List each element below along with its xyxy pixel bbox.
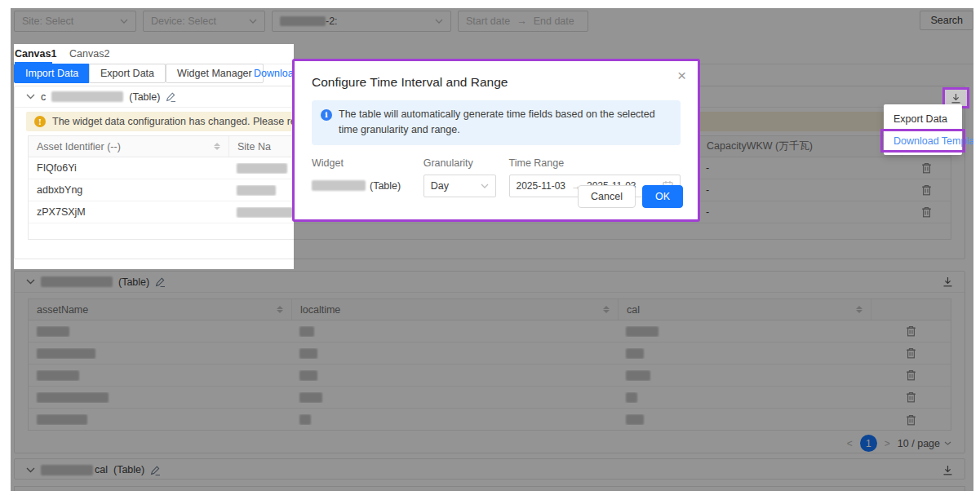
section1-title-prefix: c: [41, 91, 46, 103]
widget-label: Widget: [312, 157, 410, 169]
menu-item-download-template[interactable]: Download Template: [884, 130, 962, 152]
section1-title-type: (Table): [129, 91, 160, 103]
widget-field: Widget (Table): [312, 157, 410, 197]
redacted-title: [51, 91, 123, 102]
time-range-start: 2025-11-03: [517, 180, 566, 192]
sort-icon[interactable]: [214, 143, 220, 150]
time-range-label: Time Range: [509, 157, 681, 169]
modal-mask: [11, 269, 973, 491]
app-window: Site: Select Device: Select -2: Start da…: [11, 8, 973, 491]
close-icon[interactable]: ×: [677, 68, 686, 83]
download-icon[interactable]: [951, 93, 961, 104]
modal-title: Configure Time Interval and Range: [312, 75, 681, 90]
modal-info-text: The table will automatically generate ti…: [339, 107, 672, 139]
download-dropdown-menu: Export Data Download Template: [884, 104, 962, 155]
ok-button[interactable]: OK: [642, 185, 683, 208]
redacted-widget-name: [312, 180, 366, 191]
export-data-button[interactable]: Export Data: [89, 64, 166, 83]
modal-footer: Cancel OK: [578, 185, 683, 208]
cancel-button[interactable]: Cancel: [578, 185, 636, 208]
granularity-field: Granularity Day: [423, 157, 496, 197]
asset-id-cell: adbxbYng: [29, 184, 228, 196]
info-icon: i: [321, 109, 332, 121]
asset-id-cell: zPX7SXjM: [29, 206, 228, 218]
col-asset-identifier[interactable]: Asset Identifier (--): [29, 136, 228, 157]
warning-icon: !: [34, 116, 46, 127]
granularity-label: Granularity: [423, 157, 496, 169]
widget-value-type: (Table): [370, 180, 401, 192]
asset-id-cell: FIQfo6Yi: [29, 162, 228, 174]
granularity-value: Day: [431, 180, 449, 192]
granularity-select[interactable]: Day: [423, 175, 496, 197]
modal-mask: [11, 8, 973, 44]
tab-canvas2[interactable]: Canvas2: [69, 46, 109, 62]
menu-item-export-data[interactable]: Export Data: [884, 108, 962, 130]
import-data-button[interactable]: Import Data: [14, 64, 90, 83]
edit-pencil-icon[interactable]: [166, 91, 176, 102]
collapse-chevron-icon[interactable]: [26, 94, 35, 99]
chevron-down-icon: [481, 183, 489, 188]
modal-info-alert: i The table will automatically generate …: [312, 100, 681, 145]
configure-time-modal: Configure Time Interval and Range × i Th…: [292, 59, 700, 222]
modal-mask: [11, 44, 14, 269]
widget-manager-button[interactable]: Widget Manager: [166, 64, 264, 83]
tab-canvas1[interactable]: Canvas1: [15, 46, 56, 62]
